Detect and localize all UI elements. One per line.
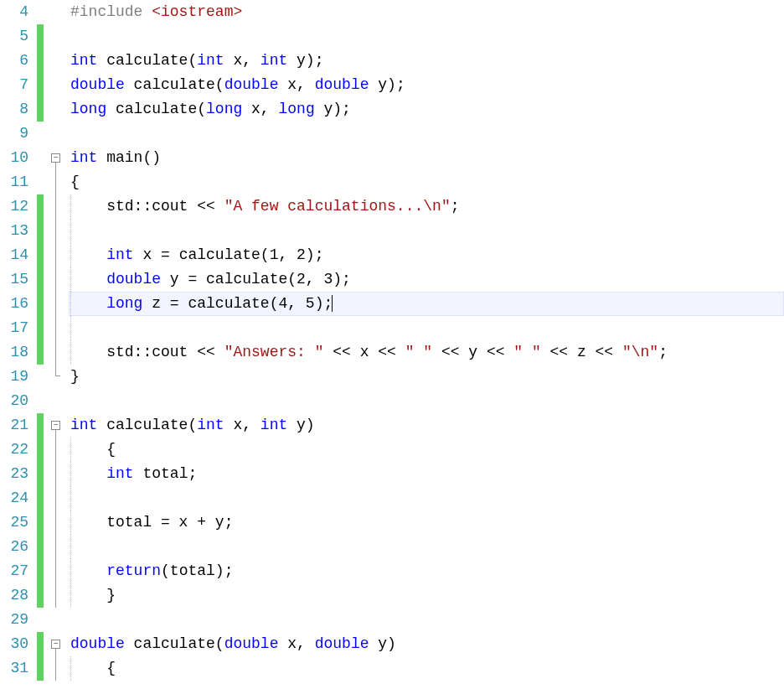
- code-line[interactable]: 16 long z = calculate(4, 5);: [0, 292, 784, 316]
- change-marker: [37, 24, 44, 49]
- code-text[interactable]: [69, 608, 784, 632]
- code-line[interactable]: 22 {: [0, 438, 784, 462]
- code-text[interactable]: std::cout << "A few calculations...\n";: [69, 194, 784, 219]
- line-number: 5: [0, 24, 37, 49]
- code-line[interactable]: 19}: [0, 365, 784, 389]
- code-text[interactable]: std::cout << "Answers: " << x << " " << …: [69, 340, 784, 365]
- line-number: 25: [0, 510, 37, 535]
- token: long: [70, 101, 106, 117]
- fold-gutter[interactable]: −: [44, 413, 69, 438]
- collapse-icon[interactable]: −: [51, 153, 60, 163]
- code-line[interactable]: 21−int calculate(int x, int y): [0, 413, 784, 438]
- collapse-icon[interactable]: −: [51, 640, 60, 649]
- token: "\n": [622, 344, 658, 360]
- fold-gutter[interactable]: −: [44, 146, 69, 170]
- code-line[interactable]: 25 total = x + y;: [0, 510, 784, 535]
- code-text[interactable]: [69, 316, 784, 340]
- code-line[interactable]: 27 return(total);: [0, 559, 784, 583]
- code-line[interactable]: 28 }: [0, 583, 784, 608]
- code-text[interactable]: double calculate(double x, double y);: [69, 73, 784, 97]
- change-marker: [37, 316, 44, 340]
- code-text[interactable]: [69, 24, 784, 49]
- token: x,: [278, 635, 314, 652]
- code-line[interactable]: 26: [0, 535, 784, 559]
- code-line[interactable]: 20: [0, 389, 784, 413]
- code-text[interactable]: {: [69, 656, 784, 681]
- token: [70, 271, 106, 288]
- line-number: 22: [0, 438, 37, 462]
- code-line[interactable]: 4#include <iostream>: [0, 0, 784, 24]
- token: <iostream>: [152, 3, 242, 20]
- code-line[interactable]: 17: [0, 316, 784, 340]
- code-text[interactable]: }: [69, 365, 784, 389]
- token: x = calculate(1, 2);: [134, 246, 324, 263]
- fold-gutter: [44, 462, 69, 486]
- change-marker: [37, 656, 44, 681]
- code-text[interactable]: int calculate(int x, int y): [69, 413, 784, 438]
- code-line[interactable]: 13: [0, 219, 784, 243]
- token: [70, 465, 106, 482]
- code-text[interactable]: #include <iostream>: [69, 0, 784, 24]
- code-text[interactable]: double y = calculate(2, 3);: [69, 267, 784, 292]
- line-number: 17: [0, 316, 37, 340]
- code-line[interactable]: 23 int total;: [0, 462, 784, 486]
- code-text[interactable]: double calculate(double x, double y): [69, 632, 784, 656]
- code-line[interactable]: 24: [0, 486, 784, 510]
- fold-gutter: [44, 73, 69, 97]
- code-text[interactable]: [69, 535, 784, 559]
- code-line[interactable]: 31 {: [0, 656, 784, 681]
- code-line[interactable]: 9: [0, 122, 784, 146]
- token: double: [315, 635, 369, 652]
- change-marker: [37, 73, 44, 97]
- code-text[interactable]: long calculate(long x, long y);: [69, 97, 784, 122]
- code-line[interactable]: 29: [0, 608, 784, 632]
- token: double: [224, 635, 279, 652]
- code-text[interactable]: [69, 389, 784, 413]
- fold-gutter: [44, 559, 69, 583]
- token: total;: [134, 465, 198, 482]
- code-text[interactable]: [69, 486, 784, 510]
- token: z = calculate(4, 5);: [142, 295, 333, 312]
- code-text[interactable]: int total;: [69, 462, 784, 486]
- code-text[interactable]: long z = calculate(4, 5);: [69, 292, 784, 316]
- token: }: [106, 587, 116, 604]
- fold-gutter[interactable]: −: [44, 632, 69, 656]
- code-text[interactable]: }: [69, 583, 784, 608]
- fold-gutter: [44, 24, 69, 49]
- code-line[interactable]: 11{: [0, 170, 784, 194]
- code-line[interactable]: 14 int x = calculate(1, 2);: [0, 243, 784, 267]
- code-line[interactable]: 30−double calculate(double x, double y): [0, 632, 784, 656]
- code-line[interactable]: 7double calculate(double x, double y);: [0, 73, 784, 97]
- code-text[interactable]: int calculate(int x, int y);: [69, 49, 784, 73]
- code-text[interactable]: [69, 122, 784, 146]
- code-editor[interactable]: 4#include <iostream>56int calculate(int …: [0, 0, 784, 681]
- token: int: [260, 417, 287, 433]
- code-text[interactable]: int x = calculate(1, 2);: [69, 243, 784, 267]
- fold-gutter: [44, 292, 69, 316]
- code-line[interactable]: 12 std::cout << "A few calculations...\n…: [0, 194, 784, 219]
- change-marker: [37, 389, 44, 413]
- code-text[interactable]: total = x + y;: [69, 510, 784, 535]
- fold-gutter: [44, 438, 69, 462]
- code-line[interactable]: 15 double y = calculate(2, 3);: [0, 267, 784, 292]
- code-line[interactable]: 18 std::cout << "Answers: " << x << " " …: [0, 340, 784, 365]
- fold-gutter: [44, 267, 69, 292]
- code-line[interactable]: 8long calculate(long x, long y);: [0, 97, 784, 122]
- token: double: [315, 76, 369, 93]
- code-text[interactable]: int main(): [69, 146, 784, 170]
- code-text[interactable]: return(total);: [69, 559, 784, 583]
- change-marker: [37, 219, 44, 243]
- token: y);: [369, 76, 405, 93]
- change-marker: [37, 122, 44, 146]
- line-number: 31: [0, 656, 37, 681]
- line-number: 29: [0, 608, 37, 632]
- token: #include: [70, 3, 152, 20]
- code-text[interactable]: [69, 219, 784, 243]
- code-text[interactable]: {: [69, 170, 784, 194]
- code-line[interactable]: 10−int main(): [0, 146, 784, 170]
- code-line[interactable]: 5: [0, 24, 784, 49]
- code-line[interactable]: 6int calculate(int x, int y);: [0, 49, 784, 73]
- collapse-icon[interactable]: −: [51, 421, 60, 430]
- code-text[interactable]: {: [69, 438, 784, 462]
- line-number: 16: [0, 292, 37, 316]
